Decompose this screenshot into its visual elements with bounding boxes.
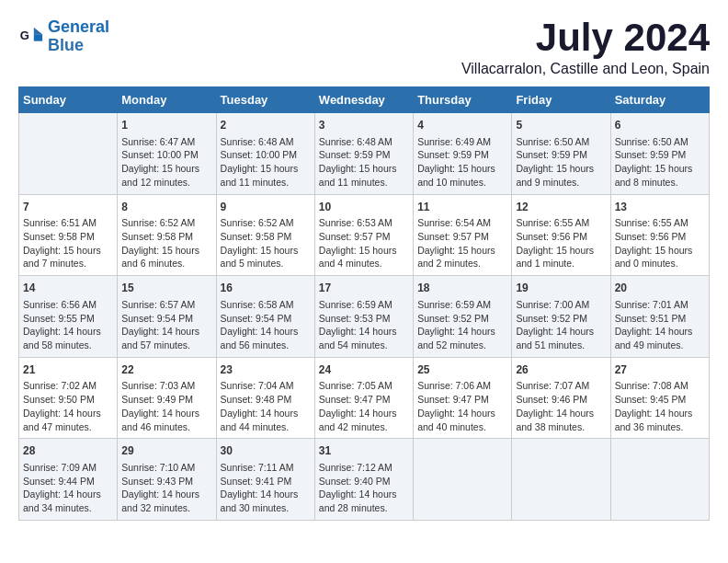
day-number: 26 xyxy=(516,362,606,378)
calendar-cell: 27Sunrise: 7:08 AMSunset: 9:45 PMDayligh… xyxy=(610,357,709,439)
day-number: 19 xyxy=(516,281,606,296)
day-info: Sunrise: 6:50 AMSunset: 9:59 PMDaylight:… xyxy=(615,135,705,190)
day-number: 2 xyxy=(221,118,311,133)
day-info: Sunrise: 7:06 AMSunset: 9:47 PMDaylight:… xyxy=(417,379,507,433)
calendar-cell: 21Sunrise: 7:02 AMSunset: 9:50 PMDayligh… xyxy=(19,357,118,439)
calendar-cell: 26Sunrise: 7:07 AMSunset: 9:46 PMDayligh… xyxy=(512,357,610,439)
day-info: Sunrise: 6:54 AMSunset: 9:57 PMDaylight:… xyxy=(417,216,507,270)
day-info: Sunrise: 7:03 AMSunset: 9:49 PMDaylight:… xyxy=(121,379,211,433)
day-number: 25 xyxy=(417,362,507,378)
calendar-cell: 30Sunrise: 7:11 AMSunset: 9:41 PMDayligh… xyxy=(216,439,314,521)
header-thursday: Thursday xyxy=(414,87,512,113)
calendar-cell: 7Sunrise: 6:51 AMSunset: 9:58 PMDaylight… xyxy=(19,194,118,276)
day-info: Sunrise: 6:53 AMSunset: 9:57 PMDaylight:… xyxy=(319,216,409,270)
calendar-cell: 22Sunrise: 7:03 AMSunset: 9:49 PMDayligh… xyxy=(118,357,216,439)
day-info: Sunrise: 6:56 AMSunset: 9:55 PMDaylight:… xyxy=(23,298,113,352)
calendar-cell: 28Sunrise: 7:09 AMSunset: 9:44 PMDayligh… xyxy=(19,439,118,521)
day-number: 28 xyxy=(23,443,113,459)
day-info: Sunrise: 6:55 AMSunset: 9:56 PMDaylight:… xyxy=(516,216,606,270)
logo: G General Blue xyxy=(18,18,109,55)
week-row-1: 1Sunrise: 6:47 AMSunset: 10:00 PMDayligh… xyxy=(19,113,710,195)
day-number: 24 xyxy=(319,362,409,378)
day-info: Sunrise: 6:48 AMSunset: 9:59 PMDaylight:… xyxy=(319,135,409,190)
day-number: 4 xyxy=(417,118,507,133)
calendar-cell: 4Sunrise: 6:49 AMSunset: 9:59 PMDaylight… xyxy=(414,113,512,195)
day-info: Sunrise: 7:12 AMSunset: 9:40 PMDaylight:… xyxy=(319,461,409,515)
day-number: 12 xyxy=(516,200,606,215)
day-number: 18 xyxy=(417,281,507,296)
calendar-cell: 25Sunrise: 7:06 AMSunset: 9:47 PMDayligh… xyxy=(414,357,512,439)
day-number: 29 xyxy=(121,443,211,459)
calendar-cell: 18Sunrise: 6:59 AMSunset: 9:52 PMDayligh… xyxy=(414,276,512,358)
day-number: 23 xyxy=(221,362,311,378)
logo-icon: G xyxy=(18,24,44,50)
svg-text:G: G xyxy=(20,29,29,42)
calendar-cell xyxy=(512,439,610,521)
day-info: Sunrise: 6:48 AMSunset: 10:00 PMDaylight… xyxy=(221,135,311,190)
calendar-cell: 8Sunrise: 6:52 AMSunset: 9:58 PMDaylight… xyxy=(118,194,216,276)
calendar-cell: 5Sunrise: 6:50 AMSunset: 9:59 PMDaylight… xyxy=(512,113,610,195)
day-info: Sunrise: 7:05 AMSunset: 9:47 PMDaylight:… xyxy=(319,379,409,433)
calendar-cell xyxy=(414,439,512,521)
header-tuesday: Tuesday xyxy=(216,87,314,113)
calendar-table: SundayMondayTuesdayWednesdayThursdayFrid… xyxy=(18,86,710,521)
day-info: Sunrise: 6:52 AMSunset: 9:58 PMDaylight:… xyxy=(121,216,211,270)
day-number: 16 xyxy=(221,281,311,296)
calendar-cell: 24Sunrise: 7:05 AMSunset: 9:47 PMDayligh… xyxy=(314,357,413,439)
day-info: Sunrise: 7:11 AMSunset: 9:41 PMDaylight:… xyxy=(221,461,311,515)
calendar-cell: 6Sunrise: 6:50 AMSunset: 9:59 PMDaylight… xyxy=(610,113,709,195)
day-number: 6 xyxy=(615,118,705,133)
calendar-cell: 11Sunrise: 6:54 AMSunset: 9:57 PMDayligh… xyxy=(414,194,512,276)
calendar-cell: 2Sunrise: 6:48 AMSunset: 10:00 PMDayligh… xyxy=(216,113,314,195)
day-number: 31 xyxy=(319,443,409,459)
day-number: 8 xyxy=(121,200,211,215)
calendar-cell: 29Sunrise: 7:10 AMSunset: 9:43 PMDayligh… xyxy=(118,439,216,521)
day-number: 15 xyxy=(121,281,211,296)
day-number: 7 xyxy=(23,200,113,215)
month-title: July 2024 xyxy=(461,18,710,57)
week-row-4: 21Sunrise: 7:02 AMSunset: 9:50 PMDayligh… xyxy=(19,357,710,439)
calendar-cell: 15Sunrise: 6:57 AMSunset: 9:54 PMDayligh… xyxy=(118,276,216,358)
day-info: Sunrise: 6:47 AMSunset: 10:00 PMDaylight… xyxy=(121,135,211,190)
day-info: Sunrise: 7:08 AMSunset: 9:45 PMDaylight:… xyxy=(615,379,705,433)
logo-text: General Blue xyxy=(48,18,109,55)
svg-rect-2 xyxy=(34,34,42,40)
header-saturday: Saturday xyxy=(610,87,709,113)
day-info: Sunrise: 7:09 AMSunset: 9:44 PMDaylight:… xyxy=(23,461,113,515)
calendar-cell: 9Sunrise: 6:52 AMSunset: 9:58 PMDaylight… xyxy=(216,194,314,276)
day-info: Sunrise: 7:02 AMSunset: 9:50 PMDaylight:… xyxy=(23,379,113,433)
week-row-3: 14Sunrise: 6:56 AMSunset: 9:55 PMDayligh… xyxy=(19,276,710,358)
calendar-cell: 14Sunrise: 6:56 AMSunset: 9:55 PMDayligh… xyxy=(19,276,118,358)
day-info: Sunrise: 7:07 AMSunset: 9:46 PMDaylight:… xyxy=(516,379,606,433)
day-number: 14 xyxy=(23,281,113,296)
header-monday: Monday xyxy=(118,87,216,113)
calendar-cell: 19Sunrise: 7:00 AMSunset: 9:52 PMDayligh… xyxy=(512,276,610,358)
calendar-cell: 23Sunrise: 7:04 AMSunset: 9:48 PMDayligh… xyxy=(216,357,314,439)
day-number: 21 xyxy=(23,362,113,378)
day-number: 17 xyxy=(319,281,409,296)
header-sunday: Sunday xyxy=(19,87,118,113)
week-row-2: 7Sunrise: 6:51 AMSunset: 9:58 PMDaylight… xyxy=(19,194,710,276)
page-header: G General Blue July 2024 Villacarralon, … xyxy=(18,18,710,77)
calendar-cell: 16Sunrise: 6:58 AMSunset: 9:54 PMDayligh… xyxy=(216,276,314,358)
calendar-cell: 20Sunrise: 7:01 AMSunset: 9:51 PMDayligh… xyxy=(610,276,709,358)
day-info: Sunrise: 6:59 AMSunset: 9:53 PMDaylight:… xyxy=(319,298,409,352)
calendar-cell: 13Sunrise: 6:55 AMSunset: 9:56 PMDayligh… xyxy=(610,194,709,276)
day-info: Sunrise: 6:49 AMSunset: 9:59 PMDaylight:… xyxy=(417,135,507,190)
day-info: Sunrise: 6:59 AMSunset: 9:52 PMDaylight:… xyxy=(417,298,507,352)
day-info: Sunrise: 7:04 AMSunset: 9:48 PMDaylight:… xyxy=(221,379,311,433)
week-row-5: 28Sunrise: 7:09 AMSunset: 9:44 PMDayligh… xyxy=(19,439,710,521)
calendar-cell: 1Sunrise: 6:47 AMSunset: 10:00 PMDayligh… xyxy=(118,113,216,195)
day-number: 5 xyxy=(516,118,606,133)
calendar-cell xyxy=(610,439,709,521)
day-number: 11 xyxy=(417,200,507,215)
calendar-cell: 31Sunrise: 7:12 AMSunset: 9:40 PMDayligh… xyxy=(314,439,413,521)
location: Villacarralon, Castille and Leon, Spain xyxy=(461,61,710,77)
day-number: 9 xyxy=(221,200,311,215)
day-number: 3 xyxy=(319,118,409,133)
day-info: Sunrise: 6:50 AMSunset: 9:59 PMDaylight:… xyxy=(516,135,606,190)
day-info: Sunrise: 6:55 AMSunset: 9:56 PMDaylight:… xyxy=(615,216,705,270)
calendar-cell xyxy=(19,113,118,195)
day-number: 10 xyxy=(319,200,409,215)
day-info: Sunrise: 6:52 AMSunset: 9:58 PMDaylight:… xyxy=(221,216,311,270)
